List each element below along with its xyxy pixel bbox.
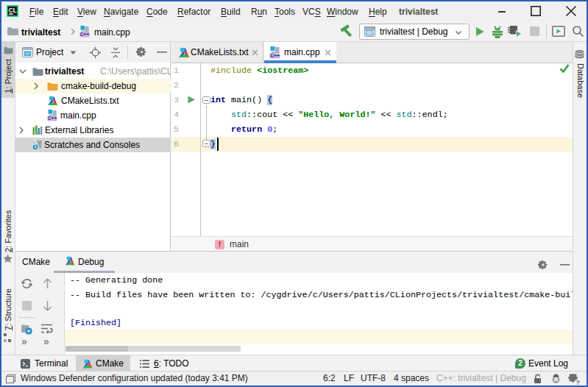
svg-text:CL: CL	[9, 7, 17, 14]
svg-text:?: ?	[576, 379, 581, 386]
